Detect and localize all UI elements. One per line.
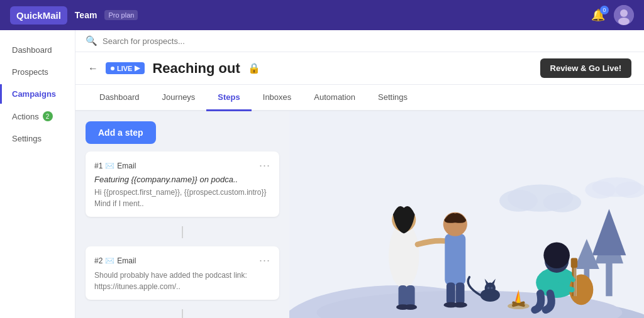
pro-plan-badge: Pro plan: [104, 10, 138, 20]
email-icon-2: ✉️: [105, 256, 114, 265]
tab-dashboard[interactable]: Dashboard: [88, 85, 151, 111]
top-navigation: QuickMail Team Pro plan 🔔 0: [0, 0, 644, 30]
tab-inboxes[interactable]: Inboxes: [252, 85, 303, 111]
sidebar-item-dashboard[interactable]: Dashboard: [0, 40, 75, 60]
campaign-header: ← LIVE ▶ Reaching out 🔒 Review & Go Live…: [75, 52, 644, 85]
campaign-title: Reaching out: [152, 60, 240, 77]
content-area: Add a step #1 ✉️ Email ··· Featuring {{c…: [75, 111, 644, 318]
review-go-live-button[interactable]: Review & Go Live!: [540, 58, 631, 78]
step-1-type: #1 ✉️ Email: [94, 162, 136, 170]
main-content: 🔍 ← LIVE ▶ Reaching out 🔒 Review & Go Li…: [75, 30, 644, 318]
svg-marker-7: [592, 209, 626, 255]
tab-automation[interactable]: Automation: [303, 85, 367, 111]
step-connector-1: |: [86, 224, 279, 239]
illustration-area: [289, 111, 644, 318]
step-card-1: #1 ✉️ Email ··· Featuring {{company.name…: [86, 151, 279, 217]
back-button[interactable]: ←: [88, 63, 98, 74]
svg-rect-46: [571, 258, 577, 268]
sidebar-item-prospects[interactable]: Prospects: [0, 62, 75, 82]
campaign-header-left: ← LIVE ▶ Reaching out 🔒: [88, 60, 260, 77]
sidebar-dashboard-label: Dashboard: [12, 45, 52, 55]
notification-bell[interactable]: 🔔 0: [591, 8, 605, 22]
svg-point-12: [543, 192, 581, 212]
actions-badge: 2: [43, 111, 53, 121]
play-icon: ▶: [135, 64, 140, 72]
svg-point-14: [585, 181, 616, 199]
live-dot: [111, 67, 114, 70]
add-step-button[interactable]: Add a step: [86, 121, 156, 144]
sidebar-campaigns-label: Campaigns: [12, 89, 56, 99]
svg-point-37: [453, 302, 467, 308]
main-layout: Dashboard Prospects Campaigns Actions 2 …: [0, 30, 644, 318]
lock-icon: 🔒: [248, 62, 260, 74]
step-connector-2: |: [86, 307, 279, 318]
sidebar-settings-label: Settings: [12, 134, 42, 143]
svg-point-31: [404, 304, 417, 310]
step-1-preview: Hi {{prospect.first_name}}, {{prospect.c…: [94, 187, 270, 209]
svg-point-11: [499, 190, 538, 212]
team-label: Team: [75, 10, 97, 20]
avatar[interactable]: [614, 5, 634, 25]
svg-marker-19: [485, 279, 489, 285]
step-2-header: #2 ✉️ Email ···: [94, 254, 270, 267]
step-2-preview: Should probably have added the podcast l…: [94, 270, 270, 292]
svg-point-21: [487, 287, 489, 289]
search-bar: 🔍: [75, 30, 644, 52]
topnav-left: QuickMail Team Pro plan: [10, 6, 138, 25]
step-1-num: #1: [94, 162, 103, 170]
live-text: LIVE: [117, 65, 132, 72]
svg-rect-34: [447, 283, 455, 305]
svg-point-1: [620, 9, 628, 17]
sidebar-item-settings[interactable]: Settings: [0, 129, 75, 148]
campaign-tabs: Dashboard Journeys Steps Inboxes Automat…: [75, 85, 644, 111]
illustration: [289, 111, 644, 318]
step-2-num: #2: [94, 256, 103, 265]
step-1-more-button[interactable]: ···: [259, 159, 270, 172]
svg-rect-35: [456, 283, 465, 305]
email-icon: ✉️: [105, 162, 114, 170]
sidebar-item-campaigns[interactable]: Campaigns: [0, 84, 75, 104]
svg-point-40: [543, 242, 570, 268]
step-1-subject: Featuring {{company.name}} on podca..: [94, 175, 270, 184]
sidebar-prospects-label: Prospects: [12, 67, 48, 77]
svg-point-2: [618, 18, 630, 25]
step-2-type: #2 ✉️ Email: [94, 256, 136, 265]
svg-point-22: [491, 287, 492, 289]
sidebar-actions-label: Actions: [12, 112, 39, 121]
steps-panel: Add a step #1 ✉️ Email ··· Featuring {{c…: [75, 111, 289, 318]
sidebar-item-actions[interactable]: Actions 2: [0, 106, 75, 126]
step-2-more-button[interactable]: ···: [259, 254, 270, 267]
notification-badge: 0: [600, 6, 609, 14]
svg-rect-32: [445, 234, 465, 285]
step-1-header: #1 ✉️ Email ···: [94, 159, 270, 172]
tab-steps[interactable]: Steps: [206, 85, 251, 111]
topnav-right: 🔔 0: [591, 5, 634, 25]
sidebar: Dashboard Prospects Campaigns Actions 2 …: [0, 30, 75, 318]
step-card-2: #2 ✉️ Email ··· Should probably have add…: [86, 246, 279, 300]
tab-settings[interactable]: Settings: [367, 85, 419, 111]
live-badge: LIVE ▶: [106, 62, 145, 74]
svg-point-18: [485, 283, 496, 293]
tab-journeys[interactable]: Journeys: [151, 85, 207, 111]
svg-rect-28: [399, 285, 408, 307]
svg-marker-20: [492, 279, 496, 285]
svg-rect-29: [406, 285, 415, 307]
search-icon: 🔍: [86, 35, 97, 47]
brand-logo[interactable]: QuickMail: [10, 6, 67, 25]
search-input[interactable]: [103, 36, 634, 46]
